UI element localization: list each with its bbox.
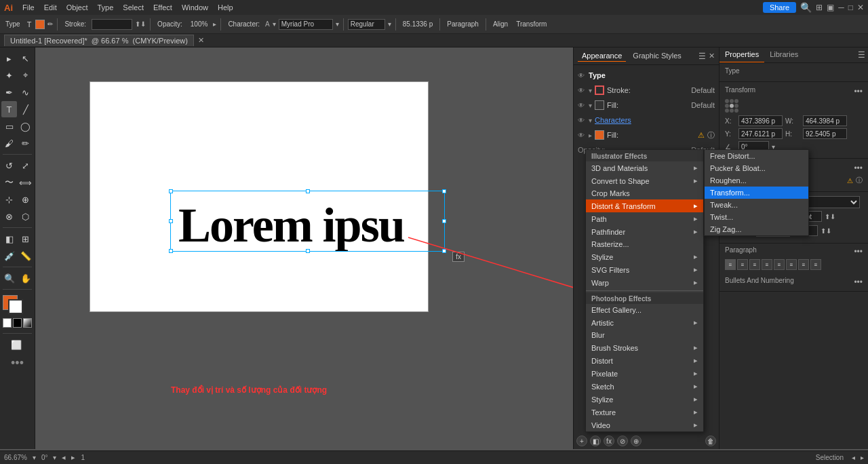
stroke-arrows[interactable]: ⬆⬇ xyxy=(135,20,146,28)
artboard-nav-next[interactable]: ▸ xyxy=(861,454,864,461)
type-visibility-icon[interactable]: 👁 xyxy=(578,72,586,79)
y-input[interactable] xyxy=(738,128,783,139)
mesh-tool[interactable]: ⊞ xyxy=(18,231,33,247)
handle-br[interactable] xyxy=(442,249,446,253)
selection-tool[interactable]: ▸ xyxy=(1,50,17,66)
menu-path[interactable]: Path ▸ xyxy=(586,212,703,225)
menu-distort-ps[interactable]: Distort ▸ xyxy=(586,354,703,367)
handle-ml[interactable] xyxy=(169,219,173,223)
maximize-icon[interactable]: □ xyxy=(848,3,853,12)
w-input[interactable] xyxy=(803,115,847,126)
handle-mr[interactable] xyxy=(442,219,446,223)
magic-wand-tool[interactable]: ✦ xyxy=(1,67,17,83)
orange-visibility-icon[interactable]: 👁 xyxy=(578,132,586,139)
menu-pathfinder[interactable]: Pathfinder ▸ xyxy=(586,225,703,238)
char-visibility-icon[interactable]: 👁 xyxy=(578,117,586,124)
menu-video[interactable]: Video ▸ xyxy=(586,419,703,431)
fill-color-preview[interactable] xyxy=(595,100,604,110)
orange-expand-icon[interactable]: ▸ xyxy=(589,132,592,139)
justify-btn[interactable]: ≡ xyxy=(762,259,772,270)
menu-stylize[interactable]: Stylize ▸ xyxy=(586,250,703,263)
font-arrow[interactable]: ▾ xyxy=(336,20,339,28)
share-button[interactable]: Share xyxy=(763,2,796,13)
align-right-btn[interactable]: ≡ xyxy=(749,259,760,270)
submenu-transform[interactable]: Transform... xyxy=(705,187,808,199)
fill-visibility-icon[interactable]: 👁 xyxy=(578,102,586,109)
eyedropper-tool[interactable]: 💉 xyxy=(1,248,17,264)
hand-tool[interactable]: ✋ xyxy=(18,270,33,286)
ellipse-tool[interactable]: ◯ xyxy=(18,118,33,134)
justify-center-btn[interactable]: ≡ xyxy=(786,259,797,270)
add-new-stroke-btn[interactable]: + xyxy=(576,436,587,446)
transform-more-icon[interactable]: ••• xyxy=(854,87,863,96)
stroke-visibility-icon[interactable]: 👁 xyxy=(578,87,586,94)
properties-tab[interactable]: Properties xyxy=(719,47,764,62)
menu-effect-gallery[interactable]: Effect Gallery... xyxy=(586,304,703,316)
menu-distort-transform[interactable]: Distort & Transform ▸ xyxy=(586,199,703,212)
orange-fill-swatch[interactable] xyxy=(595,130,604,140)
fill-row[interactable]: 👁 ▾ Fill: Default xyxy=(574,98,719,113)
menu-crop-marks[interactable]: Crop Marks xyxy=(586,187,703,199)
handle-tr[interactable] xyxy=(442,189,446,193)
stroke-row[interactable]: 👁 ▾ Stroke: Default xyxy=(574,83,719,98)
menu-artistic[interactable]: Artistic ▸ xyxy=(586,316,703,329)
tracking-arrows[interactable]: ⬆⬇ xyxy=(821,227,831,235)
width-tool[interactable]: ⟺ xyxy=(18,174,33,191)
stroke-expand-icon[interactable]: ▾ xyxy=(589,87,592,94)
pen-tool[interactable]: ✒ xyxy=(1,84,17,100)
text-tool[interactable]: T xyxy=(1,101,17,117)
menu-rasterize[interactable]: Rasterize... xyxy=(586,238,703,250)
clear-appearance-btn[interactable]: ⊘ xyxy=(617,436,628,446)
duplicate-item-btn[interactable]: ⊕ xyxy=(631,436,642,446)
minimize-icon[interactable]: ─ xyxy=(838,3,844,12)
h-input[interactable] xyxy=(803,128,847,139)
menu-window[interactable]: Window xyxy=(178,2,212,13)
align-left-btn[interactable]: ≡ xyxy=(725,259,736,270)
zoom-down-arrow[interactable]: ▾ xyxy=(33,454,36,461)
panels-icon[interactable]: ▣ xyxy=(827,3,834,12)
pencil-tool[interactable]: ✏ xyxy=(18,135,33,151)
menu-sketch[interactable]: Sketch ▸ xyxy=(586,380,703,393)
opacity-arrow[interactable]: ▸ xyxy=(213,20,216,28)
menu-help[interactable]: Help xyxy=(214,2,237,13)
shape-builder-tool[interactable]: ⊗ xyxy=(1,208,17,225)
zoom-tool[interactable]: 🔍 xyxy=(1,270,17,286)
handle-tl[interactable] xyxy=(169,189,173,193)
menu-texture[interactable]: Texture ▸ xyxy=(586,406,703,419)
tab-close[interactable]: ✕ xyxy=(194,35,208,46)
effect-dropdown-menu[interactable]: Illustrator Effects 3D and Materials ▸ C… xyxy=(585,149,704,432)
appearance-more-icon[interactable]: ••• xyxy=(854,163,863,173)
justify-all-btn[interactable]: ≡ xyxy=(810,259,821,270)
bullets-more-icon[interactable]: ••• xyxy=(854,277,863,287)
menu-effect[interactable]: Effect xyxy=(149,2,176,13)
nav-next[interactable]: ▸ xyxy=(71,453,75,462)
char-arrow[interactable]: ▾ xyxy=(273,20,276,28)
warp-tool[interactable]: 〜 xyxy=(1,174,17,191)
menu-svg-filters[interactable]: SVG Filters ▸ xyxy=(586,263,703,276)
delete-item-btn[interactable]: 🗑 xyxy=(705,436,716,446)
fx-button[interactable]: fx xyxy=(452,252,465,262)
justify-right-btn[interactable]: ≡ xyxy=(798,259,809,270)
appearance-tab[interactable]: Appearance xyxy=(578,50,626,62)
more-tools[interactable]: ••• xyxy=(1,353,33,373)
x-input[interactable] xyxy=(738,115,783,126)
char-expand-icon[interactable]: ▾ xyxy=(589,117,592,124)
characters-link[interactable]: Characters xyxy=(595,116,631,124)
menu-object[interactable]: Object xyxy=(62,2,92,13)
handle-tm[interactable] xyxy=(306,189,310,193)
search-icon[interactable]: 🔍 xyxy=(800,2,812,13)
nav-prev[interactable]: ◂ xyxy=(62,453,66,462)
submenu-twist[interactable]: Twist... xyxy=(705,211,808,223)
distort-transform-submenu[interactable]: Free Distort... Pucker & Bloat... Roughe… xyxy=(704,149,809,236)
fill-expand-icon[interactable]: ▾ xyxy=(589,102,592,109)
free-transform-tool[interactable]: ⊹ xyxy=(1,191,17,208)
live-paint-tool[interactable]: ⬡ xyxy=(18,208,33,225)
gradient-tool[interactable]: ◧ xyxy=(1,231,17,247)
direct-select-tool[interactable]: ↖ xyxy=(18,50,33,66)
menu-3d-materials[interactable]: 3D and Materials ▸ xyxy=(586,161,703,174)
submenu-free-distort[interactable]: Free Distort... xyxy=(705,150,808,162)
font-size-arrows[interactable]: ⬆⬇ xyxy=(825,213,835,220)
font-name-input[interactable] xyxy=(279,19,333,30)
angle-down-arrow[interactable]: ▾ xyxy=(53,454,56,461)
color-swatch-toolbar[interactable] xyxy=(35,20,45,29)
